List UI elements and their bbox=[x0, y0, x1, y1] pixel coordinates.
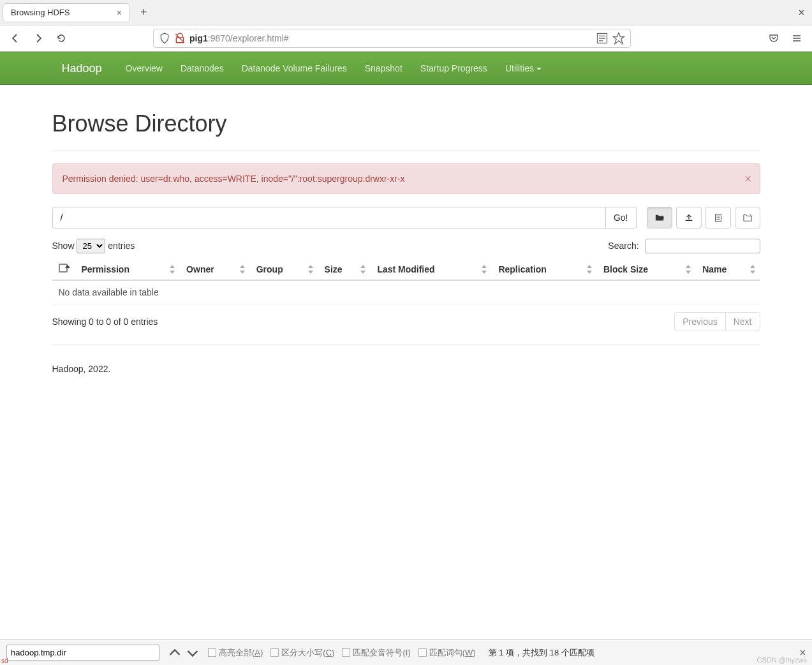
tab-title: Browsing HDFS bbox=[11, 8, 70, 17]
url-bar: pig1:9870/explorer.html# bbox=[0, 26, 812, 51]
reload-icon bbox=[56, 33, 66, 43]
col-last-modified[interactable]: Last Modified bbox=[371, 258, 492, 280]
table-info: Showing 0 to 0 of 0 entries bbox=[52, 317, 158, 327]
next-button[interactable]: Next bbox=[725, 312, 760, 331]
lock-strike-icon bbox=[174, 33, 186, 44]
main-navbar: Hadoop Overview Datanodes Datanode Volum… bbox=[0, 52, 812, 85]
col-select[interactable] bbox=[52, 258, 75, 280]
clipboard-icon bbox=[714, 213, 723, 222]
hamburger-icon bbox=[792, 33, 802, 43]
nav-overview[interactable]: Overview bbox=[117, 54, 172, 83]
prev-button[interactable]: Previous bbox=[674, 312, 725, 331]
cut-button[interactable] bbox=[705, 207, 731, 228]
search-input[interactable] bbox=[646, 239, 760, 253]
back-button[interactable] bbox=[8, 31, 23, 46]
go-button[interactable]: Go! bbox=[605, 207, 637, 228]
reload-button[interactable] bbox=[54, 31, 69, 46]
browser-tab[interactable]: Browsing HDFS × bbox=[3, 3, 130, 22]
close-window-icon[interactable]: × bbox=[799, 7, 804, 19]
col-replication[interactable]: Replication bbox=[492, 258, 597, 280]
nav-volume-failures[interactable]: Datanode Volume Failures bbox=[233, 54, 356, 83]
pocket-button[interactable] bbox=[766, 31, 781, 46]
new-folder-button[interactable] bbox=[647, 207, 672, 228]
permission-alert: Permission denied: user=dr.who, access=W… bbox=[52, 163, 760, 194]
col-permission[interactable]: Permission bbox=[75, 258, 181, 280]
alert-close-button[interactable]: × bbox=[744, 172, 752, 186]
table-search: Search: bbox=[608, 239, 760, 253]
directory-table: Permission Owner Group Size Last Modifie… bbox=[52, 258, 760, 304]
arrow-left-icon bbox=[10, 33, 20, 43]
nav-snapshot[interactable]: Snapshot bbox=[356, 54, 411, 83]
paste-button[interactable] bbox=[735, 207, 760, 228]
nav-datanodes[interactable]: Datanodes bbox=[172, 54, 233, 83]
path-input[interactable] bbox=[52, 207, 606, 228]
footer-text: Hadoop, 2022. bbox=[52, 364, 760, 374]
entries-select[interactable]: 25 bbox=[77, 239, 105, 253]
upload-button[interactable] bbox=[676, 207, 702, 228]
reader-mode-icon[interactable] bbox=[596, 32, 609, 45]
col-owner[interactable]: Owner bbox=[180, 258, 250, 280]
col-name[interactable]: Name bbox=[696, 258, 760, 280]
alert-text: Permission denied: user=dr.who, access=W… bbox=[63, 174, 405, 184]
col-block-size[interactable]: Block Size bbox=[597, 258, 696, 280]
entries-length: Show 25 entries bbox=[52, 239, 135, 253]
pagination: Previous Next bbox=[674, 312, 760, 331]
folder-plus-icon bbox=[743, 213, 752, 222]
divider bbox=[52, 344, 760, 345]
col-size[interactable]: Size bbox=[318, 258, 371, 280]
bookmark-star-icon[interactable] bbox=[612, 32, 625, 45]
divider bbox=[52, 150, 760, 151]
col-group[interactable]: Group bbox=[250, 258, 318, 280]
folder-open-icon bbox=[655, 213, 664, 222]
close-tab-icon[interactable]: × bbox=[117, 8, 122, 18]
table-empty-row: No data available in table bbox=[52, 280, 760, 304]
upload-icon bbox=[684, 213, 693, 222]
url-text: pig1:9870/explorer.html# bbox=[189, 33, 592, 43]
url-field[interactable]: pig1:9870/explorer.html# bbox=[153, 29, 631, 48]
page-title: Browse Directory bbox=[52, 110, 760, 137]
menu-button[interactable] bbox=[789, 31, 804, 46]
navbar-brand[interactable]: Hadoop bbox=[52, 52, 112, 85]
nav-utilities[interactable]: Utilities bbox=[496, 54, 550, 83]
nav-startup-progress[interactable]: Startup Progress bbox=[411, 54, 496, 83]
pocket-icon bbox=[769, 33, 779, 43]
arrow-right-icon bbox=[33, 33, 43, 43]
tab-bar: Browsing HDFS × + × bbox=[0, 0, 812, 26]
new-tab-button[interactable]: + bbox=[135, 6, 152, 19]
forward-button[interactable] bbox=[31, 31, 46, 46]
path-input-group: Go! bbox=[52, 207, 637, 228]
shield-icon bbox=[159, 33, 170, 44]
toolbar-buttons bbox=[647, 207, 760, 228]
